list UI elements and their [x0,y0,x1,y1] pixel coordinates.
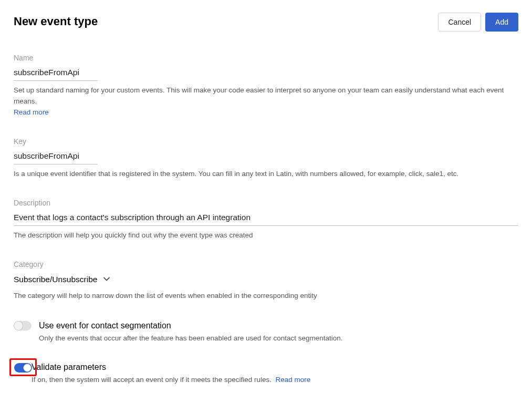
key-input[interactable] [14,150,98,164]
page-title: New event type [14,13,98,30]
validate-help: If on, then the system will accept an ev… [32,375,518,386]
segmentation-title: Use event for contact segmentation [39,319,518,332]
description-input[interactable] [14,212,518,226]
name-field-group: Name Set up standard naming for your cus… [14,53,518,118]
validate-title: Validate parameters [32,361,518,374]
validate-read-more-link[interactable]: Read more [276,376,311,384]
cancel-button[interactable]: Cancel [438,13,481,32]
segmentation-help: Only the events that occur after the fea… [39,333,518,344]
highlight-toggle-box [9,358,37,376]
chevron-down-icon [103,277,110,281]
add-button[interactable]: Add [485,13,518,32]
toggle-knob [14,322,23,330]
key-help: Is a unique event identifier that is reg… [14,169,518,180]
category-field-group: Category Subscribe/Unsubscribe The categ… [14,259,518,302]
name-label: Name [14,53,518,64]
validate-block: Validate parameters If on, then the syst… [14,361,518,393]
segmentation-toggle[interactable] [14,321,32,330]
category-label: Category [14,259,518,270]
name-help: Set up standard naming for your custom e… [14,85,518,118]
validate-toggle[interactable] [14,363,32,373]
name-read-more-link[interactable]: Read more [14,108,49,116]
description-field-group: Description The description will help yo… [14,198,518,241]
key-field-group: Key Is a unique event identifier that is… [14,136,518,180]
segmentation-toggle-section: Use event for contact segmentation Only … [14,319,518,344]
category-dropdown[interactable]: Subscribe/Unsubscribe [14,273,110,285]
category-help: The category will help to narrow down th… [14,291,518,302]
toggle-knob [23,364,32,372]
description-label: Description [14,198,518,209]
name-input[interactable] [14,67,98,81]
description-help: The description will help you quickly fi… [14,230,518,241]
key-label: Key [14,136,518,147]
category-value: Subscribe/Unsubscribe [14,273,97,285]
header-actions: Cancel Add [438,13,518,32]
